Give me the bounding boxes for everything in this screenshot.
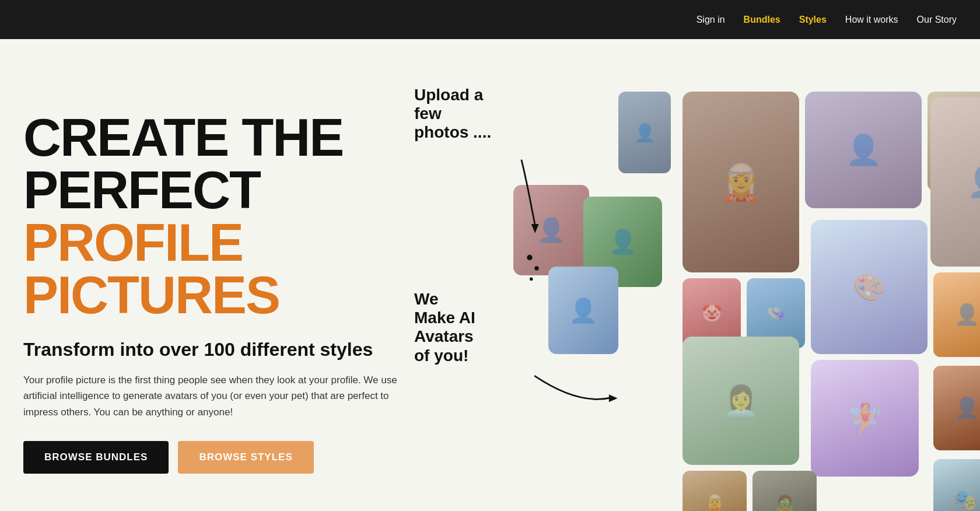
browse-bundles-button[interactable]: BROWSE BUNDLES bbox=[23, 441, 169, 474]
nav-bundles[interactable]: Bundles bbox=[744, 15, 780, 25]
annotation-upload: Upload afewphotos .... bbox=[414, 86, 491, 142]
nav-signin[interactable]: Sign in bbox=[696, 15, 725, 25]
output-photo-top-right1: 👤 bbox=[805, 92, 922, 208]
nav-our-story[interactable]: Our Story bbox=[917, 15, 957, 25]
headline-line1: CREATE THE bbox=[23, 111, 408, 164]
output-photo-mid-right: 🎨 bbox=[811, 220, 928, 354]
hero-left: CREATE THE PERFECT PROFILE PICTURES Tran… bbox=[0, 74, 408, 511]
cta-buttons: BROWSE BUNDLES BROWSE STYLES bbox=[23, 441, 408, 474]
output-photo-right-tall: 👤 bbox=[930, 97, 980, 267]
output-photo-far-right1: 👤 bbox=[933, 272, 980, 357]
output-photo-main: 🧝 bbox=[682, 92, 799, 272]
annotation-make: WeMake AIAvatarsof you! bbox=[414, 290, 475, 365]
nav-how-it-works[interactable]: How it works bbox=[845, 15, 898, 25]
input-photo-1: 👤 bbox=[513, 185, 589, 275]
navbar: Sign in Bundles Styles How it works Our … bbox=[0, 0, 980, 39]
input-photo-3: 👤 bbox=[548, 267, 618, 354]
browse-styles-button[interactable]: BROWSE STYLES bbox=[178, 441, 313, 474]
headline-line3: PROFILE PICTURES bbox=[23, 216, 408, 321]
output-photo-top-mid: 👤 bbox=[618, 92, 671, 173]
headline-line2: PERFECT bbox=[23, 164, 408, 216]
output-photo-anime: 🧚 bbox=[811, 360, 919, 477]
subheading: Transform into over 100 different styles bbox=[23, 339, 408, 360]
hero-section: CREATE THE PERFECT PROFILE PICTURES Tran… bbox=[0, 39, 980, 511]
output-photo-bottom-left: 🧝 bbox=[682, 471, 747, 511]
photo-grid: 👤 👤 👤 🧝 👤 👤 👤 🤡 bbox=[513, 74, 980, 511]
output-photo-far-right2: 👤 bbox=[933, 366, 980, 450]
output-photo-business: 👩‍💼 bbox=[682, 337, 799, 465]
output-photo-far-right3: 🎭 bbox=[933, 459, 980, 511]
output-photo-bottom-right: 🧟 bbox=[752, 471, 817, 511]
description: Your profile picture is the first thing … bbox=[23, 372, 408, 420]
hero-right: Upload afewphotos .... WeMake AIAvatarso… bbox=[408, 74, 980, 511]
nav-styles[interactable]: Styles bbox=[799, 15, 827, 25]
